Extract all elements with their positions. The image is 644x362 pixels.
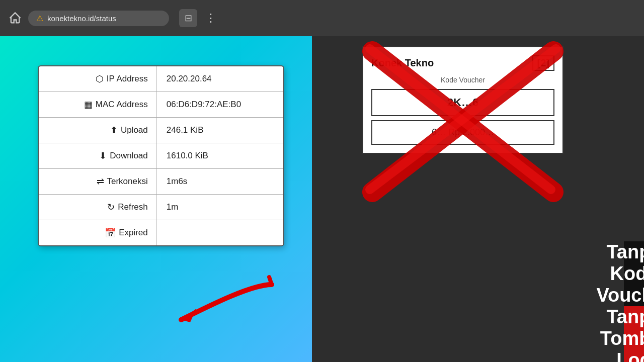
row-value-cell: 1610.0 KiB: [156, 143, 283, 169]
table-row: ⬆Upload246.1 KiB: [39, 118, 283, 143]
calendar-icon: 📅: [105, 227, 116, 238]
voucher-subtitle: Kode Voucher: [371, 76, 554, 84]
black-band: Tanpa Kode Voucher: [624, 241, 644, 306]
row-label-cell: ⬆Upload: [39, 118, 156, 143]
row-value-cell: 246.1 KiB: [156, 118, 283, 143]
browser-menu-icon[interactable]: ⋮: [205, 12, 216, 25]
row-label-cell: 📅Expired: [39, 220, 156, 246]
table-row: ⬇Download1610.0 KiB: [39, 143, 283, 169]
tanpa-voucher-text: Tanpa Kode Voucher: [596, 241, 644, 306]
row-value-cell: [156, 220, 283, 246]
row-label-text: MAC Address: [96, 100, 148, 110]
voucher-title: Konek Tekno: [371, 57, 434, 69]
row-value-cell: 1m: [156, 195, 283, 220]
row-label-text: Download: [110, 151, 148, 161]
status-table: ⬡IP Address20.20.20.64▦MAC Address06:D6:…: [39, 66, 283, 245]
table-row: 📅Expired: [39, 220, 283, 246]
address-bar[interactable]: ⚠ konektekno.id/status: [28, 11, 169, 26]
connected-icon: ⇌: [97, 176, 104, 187]
arrow-icon: [171, 275, 282, 335]
row-value-cell: 06:D6:D9:72:AE:B0: [156, 92, 283, 118]
tab-switcher-icon[interactable]: ⊟: [179, 9, 197, 27]
url-text: konektekno.id/status: [47, 14, 116, 23]
row-label-cell: ⬇Download: [39, 143, 156, 169]
tanpa-logout-text: Tanpa Tombol Log Out: [600, 306, 644, 362]
download-icon: ⬇: [99, 150, 107, 161]
table-row: ▦MAC Address06:D6:D9:72:AE:B0: [39, 92, 283, 118]
table-row: ↻Refresh1m: [39, 195, 283, 220]
voucher-header: Konek Tekno [2]: [371, 55, 554, 71]
bottom-text-area: Tanpa Kode Voucher Tanpa Tombol Log Out: [624, 241, 644, 362]
table-row: ⬡IP Address20.20.20.64: [39, 66, 283, 92]
row-label-cell: ⇌Terkoneksi: [39, 169, 156, 195]
browser-chrome: ⚠ konektekno.id/status ⊟ ⋮: [0, 0, 644, 36]
row-label-cell: ↻Refresh: [39, 195, 156, 220]
upload-icon: ⬆: [110, 125, 118, 136]
status-card: ⬡IP Address20.20.20.64▦MAC Address06:D6:…: [38, 65, 284, 246]
row-label-text: IP Address: [107, 74, 148, 84]
row-label-cell: ⬡IP Address: [39, 66, 156, 92]
voucher-code-box: 2K…6: [371, 89, 554, 116]
arrow-annotation: [171, 275, 282, 337]
row-label-text: Upload: [121, 125, 148, 135]
mac-icon: ▦: [84, 99, 93, 110]
red-band: Tanpa Tombol Log Out: [624, 306, 644, 362]
row-value-cell: 20.20.20.64: [156, 66, 283, 92]
row-label-text: Refresh: [118, 202, 148, 212]
refresh-icon: ↻: [107, 202, 115, 213]
home-icon[interactable]: [8, 11, 22, 25]
row-value-cell: 1m6s: [156, 169, 283, 195]
row-label-cell: ▦MAC Address: [39, 92, 156, 118]
right-panel: Konek Tekno [2] Kode Voucher 2K…6 6… Rp …: [312, 36, 644, 362]
voucher-card: Konek Tekno [2] Kode Voucher 2K…6 6… Rp …: [362, 46, 564, 154]
voucher-badge: [2]: [532, 55, 554, 71]
network-icon: ⬡: [96, 73, 104, 84]
voucher-price-box: 6… Rp 2.000…: [371, 120, 554, 145]
warning-icon: ⚠: [36, 14, 43, 23]
row-label-text: Terkoneksi: [107, 176, 148, 187]
row-label-text: Expired: [119, 228, 148, 238]
table-row: ⇌Terkoneksi1m6s: [39, 169, 283, 195]
